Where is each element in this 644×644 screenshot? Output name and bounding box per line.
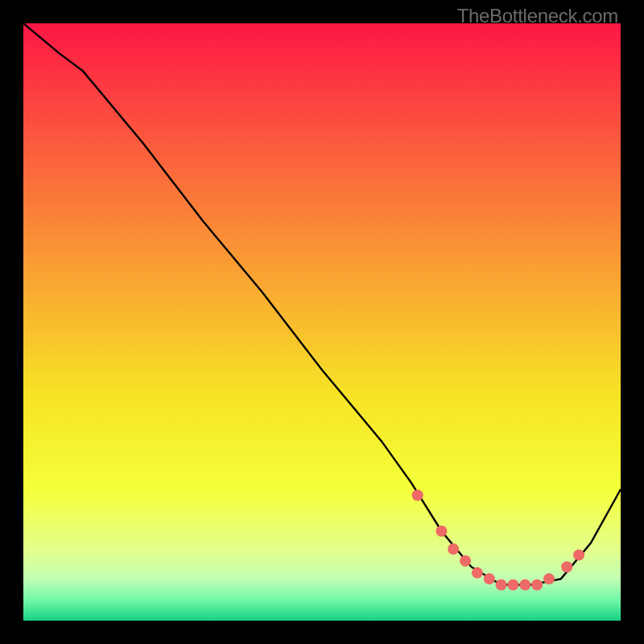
- data-point: [436, 526, 447, 537]
- data-point: [573, 549, 584, 560]
- data-point: [484, 573, 495, 584]
- data-point: [507, 580, 518, 591]
- data-point: [448, 543, 459, 555]
- data-point: [460, 555, 471, 567]
- data-point: [472, 568, 483, 579]
- data-point: [519, 580, 530, 591]
- watermark-text: TheBottleneck.com: [457, 5, 618, 27]
- chart-frame: [23, 23, 621, 621]
- data-point: [496, 580, 507, 591]
- gradient-background: [23, 23, 621, 621]
- data-point: [412, 489, 423, 501]
- data-point: [543, 573, 555, 584]
- data-point: [561, 561, 572, 572]
- bottleneck-chart: [23, 23, 621, 621]
- data-point: [531, 580, 543, 591]
